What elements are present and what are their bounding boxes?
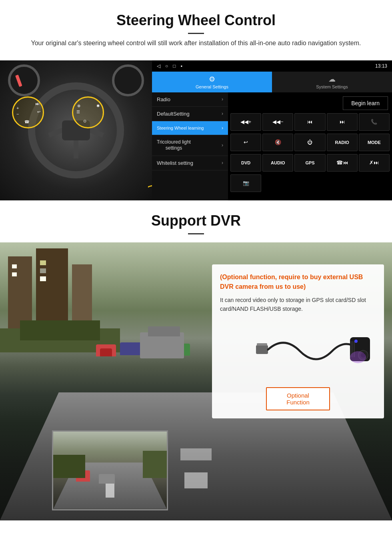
ctrl-audio[interactable]: AUDIO [262,154,293,172]
menu-nav-icon[interactable]: ▪ [181,63,182,69]
dvr-title-area: Support DVR [0,200,392,242]
android-tabs: ⚙ General Settings ☁ System Settings [152,72,392,92]
chevron-right-icon: › [222,125,223,131]
menu-item-tricoloured[interactable]: Tricoloured lightsettings › [152,135,228,156]
ctrl-power[interactable]: ⏻ [294,134,325,151]
title-divider [188,33,204,34]
dvr-inset-photo [52,430,168,510]
android-content: Radio › DefaultSetting › Steering Wheel … [152,92,392,200]
statusbar-nav-icons: ◁ ○ □ ▪ [157,63,182,69]
menu-label-tricoloured: Tricoloured lightsettings [157,139,191,152]
tab-general-label: General Settings [196,84,228,89]
controls-row2: ↩ 🔇 ⏻ RADIO MODE [230,133,390,152]
section1-title-area: Steering Wheel Control Your original car… [0,0,392,60]
android-menu: Radio › DefaultSetting › Steering Wheel … [152,92,228,200]
cloud-icon: ☁ [328,75,336,84]
ctrl-call[interactable]: 📞 [359,113,390,131]
ctrl-call-prev[interactable]: ☎⏮ [327,154,358,172]
svg-point-9 [354,340,358,343]
dvr-description: It can record video only to storage in G… [220,296,376,314]
back-nav-icon[interactable]: ◁ [157,63,160,69]
menu-label-default: DefaultSetting [157,111,190,117]
section-subtitle: Your original car's steering wheel contr… [24,38,368,48]
ctrl-vol-down[interactable]: ◀◀− [262,113,293,131]
menu-item-default-setting[interactable]: DefaultSetting › [152,107,228,121]
svg-point-8 [350,351,366,363]
optional-function-button[interactable]: Optional Function [266,387,330,410]
controls-row1: ◀◀+ ◀◀− ⏮ ⏭ 📞 [230,112,390,132]
tab-general-settings[interactable]: ⚙ General Settings [152,72,272,92]
dvr-title-divider [188,233,204,234]
begin-learn-row: Begin learn [230,94,390,112]
dvr-info-card: (Optional function, require to buy exter… [212,264,384,419]
menu-item-radio[interactable]: Radio › [152,92,228,107]
svg-rect-1 [257,343,267,346]
ctrl-radio[interactable]: RADIO [327,134,358,151]
ctrl-prev-track[interactable]: ⏮ [294,113,325,131]
steering-photo: + − ⏭ ↩ ☎ ⊕ ☰ ✱ ⊙ [0,60,152,200]
dvr-optional-text: (Optional function, require to buy exter… [220,272,376,292]
dvr-section: Support DVR [0,200,392,534]
recent-nav-icon[interactable]: □ [173,63,176,69]
ctrl-camera[interactable]: 📷 [230,174,261,192]
tab-system-settings[interactable]: ☁ System Settings [272,72,392,92]
ctrl-dvd[interactable]: DVD [230,154,261,172]
ctrl-vol-up[interactable]: ◀◀+ [230,113,261,131]
ctrl-next-track[interactable]: ⏭ [327,113,358,131]
begin-learn-button[interactable]: Begin learn [343,96,388,110]
android-statusbar: ◁ ○ □ ▪ 13:13 [152,60,392,72]
menu-item-steering[interactable]: Steering Wheel learning › [152,121,228,135]
chevron-right-icon: › [222,111,223,116]
menu-item-whitelist[interactable]: Whitelist setting › [152,156,228,170]
dvr-title: Support DVR [8,212,384,229]
dvr-camera-illustration [220,319,376,383]
ctrl-mute[interactable]: 🔇 [262,134,293,151]
chevron-right-icon: › [222,160,223,166]
page-title: Steering Wheel Control [8,12,384,29]
svg-rect-0 [256,345,268,354]
ctrl-mode[interactable]: MODE [359,134,390,151]
steering-demo: + − ⏭ ↩ ☎ ⊕ ☰ ✱ ⊙ [0,60,392,200]
chevron-right-icon: › [222,96,223,102]
statusbar-right-area: 13:13 [375,63,387,69]
ctrl-gps[interactable]: GPS [294,154,325,172]
android-panel: ◁ ○ □ ▪ 13:13 ⚙ General Settings ☁ Syste… [152,60,392,200]
android-controls: Begin learn ◀◀+ ◀◀− ⏮ ⏭ 📞 ↩ 🔇 ⏻ RADIO MO… [228,92,392,200]
menu-label-steering: Steering Wheel learning [157,126,204,130]
gear-icon: ⚙ [209,75,215,84]
tab-system-label: System Settings [316,84,348,89]
ctrl-back[interactable]: ↩ [230,134,261,151]
menu-label-radio: Radio [157,96,170,102]
ctrl-call-next[interactable]: ✗⏭ [359,154,390,172]
controls-row4: 📷 [230,174,390,193]
controls-row3: DVD AUDIO GPS ☎⏮ ✗⏭ [230,153,390,172]
menu-label-whitelist: Whitelist setting [157,160,193,166]
home-nav-icon[interactable]: ○ [165,63,168,69]
chevron-right-icon: › [222,142,223,148]
status-time: 13:13 [375,63,387,69]
